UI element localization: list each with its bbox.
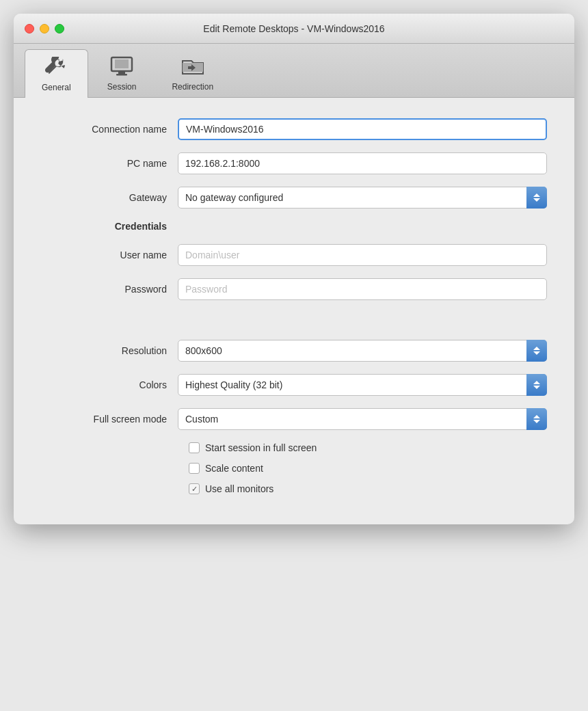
spacer bbox=[41, 312, 547, 326]
fullscreen-checkbox-text: Start session in full screen bbox=[205, 442, 317, 453]
scale-checkbox-group[interactable]: Scale content bbox=[189, 463, 547, 474]
maximize-button[interactable] bbox=[55, 24, 64, 33]
monitor-icon bbox=[109, 55, 134, 79]
monitors-checkbox[interactable]: ✓ bbox=[189, 483, 200, 494]
credentials-group: Credentials bbox=[41, 221, 547, 232]
user-name-input[interactable] bbox=[178, 244, 547, 266]
wrench-icon bbox=[44, 55, 68, 80]
close-button[interactable] bbox=[25, 24, 34, 33]
spacer2 bbox=[41, 326, 547, 340]
scale-checkbox-label[interactable]: Scale content bbox=[189, 463, 263, 474]
svg-rect-2 bbox=[118, 72, 125, 74]
gateway-group: Gateway No gateway configured Add Gatewa… bbox=[41, 187, 547, 209]
password-group: Password bbox=[41, 278, 547, 300]
window-title: Edit Remote Desktops - VM-Windows2016 bbox=[203, 23, 384, 34]
colors-label: Colors bbox=[41, 379, 178, 390]
fullscreen-checkbox-group[interactable]: Start session in full screen bbox=[189, 442, 547, 453]
pc-name-label: PC name bbox=[41, 158, 178, 169]
fullscreen-label: Full screen mode bbox=[41, 414, 178, 425]
svg-rect-3 bbox=[116, 74, 127, 76]
fullscreen-group: Full screen mode Custom All Displays Sel… bbox=[41, 408, 547, 430]
tab-session[interactable]: Session bbox=[91, 49, 153, 97]
tab-redirection[interactable]: Redirection bbox=[155, 49, 230, 97]
user-name-label: User name bbox=[41, 250, 178, 260]
folder-arrow-icon bbox=[181, 55, 205, 79]
tab-general[interactable]: General bbox=[25, 49, 88, 98]
scale-checkbox[interactable] bbox=[189, 463, 200, 474]
connection-name-label: Connection name bbox=[41, 124, 178, 135]
content-area: Connection name PC name Gateway No gatew… bbox=[14, 98, 574, 524]
gateway-select-wrapper: No gateway configured Add Gateway... bbox=[178, 187, 547, 209]
monitors-checkbox-text: Use all monitors bbox=[205, 483, 273, 494]
minimize-button[interactable] bbox=[40, 24, 49, 33]
username-group: User name bbox=[41, 244, 547, 266]
tab-general-label: General bbox=[42, 83, 71, 92]
traffic-lights bbox=[25, 24, 64, 33]
password-input[interactable] bbox=[178, 278, 547, 300]
gateway-select[interactable]: No gateway configured Add Gateway... bbox=[178, 187, 547, 209]
fullscreen-select[interactable]: Custom All Displays Selected Display bbox=[178, 408, 547, 430]
connection-name-input[interactable] bbox=[178, 118, 547, 140]
colors-group: Colors Highest Quality (32 bit) High Col… bbox=[41, 374, 547, 396]
main-window: Edit Remote Desktops - VM-Windows2016 Ge… bbox=[14, 14, 574, 524]
toolbar: General Session Redirecti bbox=[14, 44, 574, 98]
monitors-checkbox-label[interactable]: ✓ Use all monitors bbox=[189, 483, 273, 494]
credentials-label: Credentials bbox=[41, 221, 178, 232]
pc-name-input[interactable] bbox=[178, 152, 547, 174]
svg-rect-1 bbox=[115, 59, 129, 68]
fullscreen-select-wrapper: Custom All Displays Selected Display bbox=[178, 408, 547, 430]
checkmark-icon: ✓ bbox=[191, 485, 198, 494]
gateway-label: Gateway bbox=[41, 192, 178, 203]
fullscreen-checkbox-label[interactable]: Start session in full screen bbox=[189, 442, 317, 453]
fullscreen-checkbox[interactable] bbox=[189, 442, 200, 453]
tab-redirection-label: Redirection bbox=[172, 82, 213, 92]
titlebar: Edit Remote Desktops - VM-Windows2016 bbox=[14, 14, 574, 44]
password-label: Password bbox=[41, 284, 178, 295]
scale-checkbox-text: Scale content bbox=[205, 463, 263, 474]
tab-session-label: Session bbox=[107, 82, 137, 92]
connection-name-group: Connection name bbox=[41, 118, 547, 140]
monitors-checkbox-group[interactable]: ✓ Use all monitors bbox=[189, 483, 547, 494]
resolution-select-wrapper: 800x600 1024x768 1280x1024 1920x1080 Ful… bbox=[178, 340, 547, 362]
pc-name-group: PC name bbox=[41, 152, 547, 174]
resolution-select[interactable]: 800x600 1024x768 1280x1024 1920x1080 Ful… bbox=[178, 340, 547, 362]
resolution-group: Resolution 800x600 1024x768 1280x1024 19… bbox=[41, 340, 547, 362]
resolution-label: Resolution bbox=[41, 345, 178, 356]
colors-select-wrapper: Highest Quality (32 bit) High Color (16 … bbox=[178, 374, 547, 396]
colors-select[interactable]: Highest Quality (32 bit) High Color (16 … bbox=[178, 374, 547, 396]
